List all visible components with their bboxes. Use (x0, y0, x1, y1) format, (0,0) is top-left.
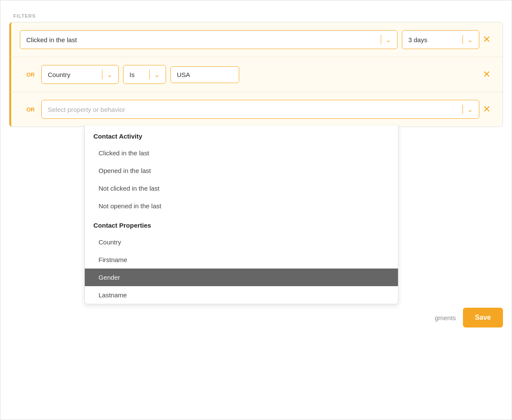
dropdown-item[interactable]: Not opened in the last (85, 197, 398, 215)
property-select[interactable]: Select property or behavior ⌄ (41, 100, 479, 119)
chevron-down-icon-5: ⌄ (467, 105, 473, 114)
dropdown-item[interactable]: Firstname (85, 251, 398, 269)
filter-row-2: OR Country ⌄ Is ⌄ ✕ (9, 57, 503, 92)
select-divider-3 (102, 70, 102, 79)
country-select[interactable]: Country ⌄ (41, 65, 119, 84)
chevron-down-icon: ⌄ (386, 36, 391, 44)
dropdown-scroll-area[interactable]: Contact ActivityClicked in the lastOpene… (85, 126, 398, 304)
chevron-down-icon-3: ⌄ (107, 71, 112, 79)
clicked-in-last-value: Clicked in the last (26, 36, 381, 43)
filter-row-2-controls: Country ⌄ Is ⌄ (41, 65, 479, 84)
dropdown-category: Contact Activity (85, 126, 398, 144)
dropdown-item[interactable]: Not clicked in the last (85, 179, 398, 197)
country-value: Country (48, 71, 102, 78)
dropdown-item[interactable]: Opened in the last (85, 162, 398, 179)
property-placeholder: Select property or behavior (48, 106, 463, 113)
filters-area: Clicked in the last ⌄ 3 days ⌄ ✕ OR Coun… (9, 22, 503, 127)
chevron-down-icon-2: ⌄ (467, 36, 473, 44)
select-divider-5 (463, 105, 463, 114)
dropdown-item[interactable]: Lastname (85, 286, 398, 304)
dropdown-item[interactable]: Clicked in the last (85, 144, 398, 162)
filter-row-1-controls: Clicked in the last ⌄ 3 days ⌄ (20, 30, 479, 49)
dropdown-category: Contact Properties (85, 215, 398, 233)
save-button[interactable]: Save (463, 308, 503, 327)
filter-row-3-controls: Select property or behavior ⌄ (41, 100, 479, 119)
select-divider-4 (149, 70, 150, 79)
or-label-1: OR (20, 71, 41, 78)
country-value-input-box[interactable] (170, 66, 239, 83)
duration-value: 3 days (408, 36, 463, 43)
condition-select[interactable]: Is ⌄ (123, 65, 166, 84)
remove-filter-1-button[interactable]: ✕ (479, 33, 494, 46)
filters-label: FILTERS (13, 13, 503, 19)
dropdown-item[interactable]: Gender (85, 269, 398, 286)
main-container: FILTERS Clicked in the last ⌄ 3 days ⌄ ✕… (0, 0, 512, 420)
remove-filter-3-button[interactable]: ✕ (479, 103, 494, 116)
filter-row-1: Clicked in the last ⌄ 3 days ⌄ ✕ (9, 22, 503, 57)
select-divider (381, 35, 381, 44)
condition-value: Is (130, 71, 149, 78)
or-label-2: OR (20, 106, 41, 113)
country-value-input[interactable] (177, 71, 228, 78)
clicked-in-last-select[interactable]: Clicked in the last ⌄ (20, 30, 398, 49)
chevron-down-icon-4: ⌄ (154, 71, 160, 79)
remove-filter-2-button[interactable]: ✕ (479, 68, 494, 81)
duration-select[interactable]: 3 days ⌄ (402, 30, 479, 49)
bottom-area: gments Save (9, 299, 503, 336)
select-divider-2 (463, 35, 463, 44)
property-dropdown: Contact ActivityClicked in the lastOpene… (84, 126, 398, 304)
segments-text: gments (435, 314, 456, 321)
dropdown-item[interactable]: Country (85, 233, 398, 251)
filter-row-3: OR Select property or behavior ⌄ ✕ Conta… (9, 92, 503, 127)
